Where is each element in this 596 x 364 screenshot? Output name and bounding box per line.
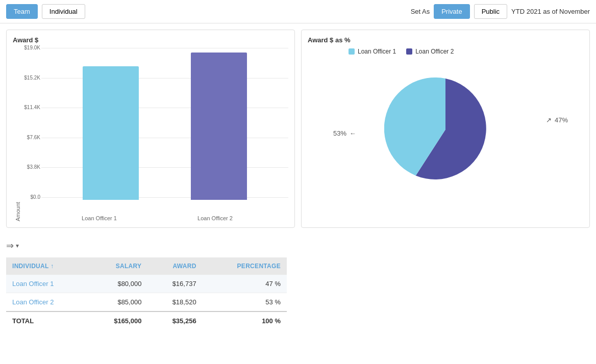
bars-container — [41, 48, 288, 200]
x-label-1: Loan Officer 1 — [71, 215, 128, 221]
grid-label-0: $0.0 — [21, 194, 40, 200]
bar-chart-inner: $19.0K $15.2K $11.4K $7.6K $3.8K $0.0 — [21, 48, 288, 221]
data-table: Individual ↑ Salary Award Percentage Loa… — [6, 257, 287, 330]
legend-label-1: Loan Officer 1 — [358, 48, 396, 55]
pie-label-53: 53% ← — [333, 129, 356, 137]
grid-label-76: $7.6K — [21, 135, 40, 140]
tab-team[interactable]: Team — [6, 4, 38, 19]
total-label: TOTAL — [6, 311, 87, 330]
legend-label-2: Loan Officer 2 — [415, 48, 454, 55]
row2-pct: 53 % — [203, 293, 287, 312]
col-percentage: Percentage — [203, 257, 287, 275]
legend-dot-2 — [406, 48, 412, 55]
table-header-row: Individual ↑ Salary Award Percentage — [6, 257, 287, 275]
grid-label-152: $15.2K — [21, 75, 40, 81]
row1-pct: 47 % — [203, 275, 287, 293]
col-award: Award — [147, 257, 202, 275]
legend-dot-1 — [349, 48, 355, 55]
pie-label-47: ↗ 47% — [546, 116, 568, 124]
row2-salary: $85,000 — [87, 293, 147, 312]
bar-chart-title: Award $ — [13, 36, 288, 44]
dropdown-arrow[interactable]: ▾ — [16, 242, 19, 249]
row2-name[interactable]: Loan Officer 2 — [6, 293, 87, 312]
ytd-label: YTD 2021 as of November — [511, 8, 590, 15]
x-axis-labels: Loan Officer 1 Loan Officer 2 — [21, 215, 288, 221]
grid-label-114: $11.4K — [21, 105, 40, 110]
pct-53-text: 53% — [333, 129, 346, 137]
legend-item-1: Loan Officer 1 — [349, 48, 396, 55]
export-icon[interactable]: ⇒ — [6, 240, 14, 251]
pie-legend: Loan Officer 1 Loan Officer 2 — [349, 48, 583, 55]
total-award: $35,256 — [147, 311, 202, 330]
header: Team Individual Set As Private Public YT… — [0, 0, 596, 23]
row1-salary: $80,000 — [87, 275, 147, 293]
row1-award: $16,737 — [147, 275, 202, 293]
bar-chart-panel: Award $ Amount $19.0K $15.2K $11.4K $7.6… — [6, 30, 295, 228]
x-label-2: Loan Officer 2 — [187, 215, 243, 221]
pie-chart-title: Award $ as % — [308, 36, 583, 44]
set-as-label: Set As — [411, 8, 430, 15]
grid-label-190: $19.0K — [21, 45, 40, 50]
table-row: Loan Officer 2 $85,000 $18,520 53 % — [6, 293, 287, 312]
tab-individual[interactable]: Individual — [42, 4, 85, 19]
row1-name[interactable]: Loan Officer 1 — [6, 275, 87, 293]
bar-officer1 — [83, 66, 139, 200]
bar-officer2 — [191, 53, 247, 200]
header-right: Set As Private Public YTD 2021 as of Nov… — [411, 4, 590, 19]
public-button[interactable]: Public — [474, 4, 507, 19]
private-button[interactable]: Private — [434, 4, 469, 19]
y-axis-label: Amount — [13, 48, 21, 221]
export-row: ⇒ ▾ — [6, 240, 590, 251]
bar-chart-area: Amount $19.0K $15.2K $11.4K $7.6K $3.8K … — [13, 48, 288, 221]
legend-item-2: Loan Officer 2 — [406, 48, 454, 55]
pie-area: 53% ← ↗ 47% — [308, 63, 583, 196]
bar-wrap-1 — [83, 48, 139, 200]
sort-icon: ↑ — [51, 263, 54, 270]
pct-47-text: 47% — [555, 116, 568, 124]
table-row: Loan Officer 1 $80,000 $16,737 47 % — [6, 275, 287, 293]
grid-label-38: $3.8K — [21, 164, 40, 170]
col-individual: Individual ↑ — [6, 257, 87, 275]
table-total-row: TOTAL $165,000 $35,256 100 % — [6, 311, 287, 330]
col-salary: Salary — [87, 257, 147, 275]
bar-wrap-2 — [191, 48, 247, 200]
total-salary: $165,000 — [87, 311, 147, 330]
pie-chart-panel: Award $ as % Loan Officer 1 Loan Officer… — [301, 30, 590, 228]
pie-svg — [384, 68, 507, 191]
bar-grid: $19.0K $15.2K $11.4K $7.6K $3.8K $0.0 — [21, 48, 288, 215]
row2-award: $18,520 — [147, 293, 202, 312]
charts-row: Award $ Amount $19.0K $15.2K $11.4K $7.6… — [0, 23, 596, 234]
total-pct: 100 % — [203, 311, 287, 330]
table-area: ⇒ ▾ Individual ↑ Salary Award Percentage… — [0, 234, 596, 336]
